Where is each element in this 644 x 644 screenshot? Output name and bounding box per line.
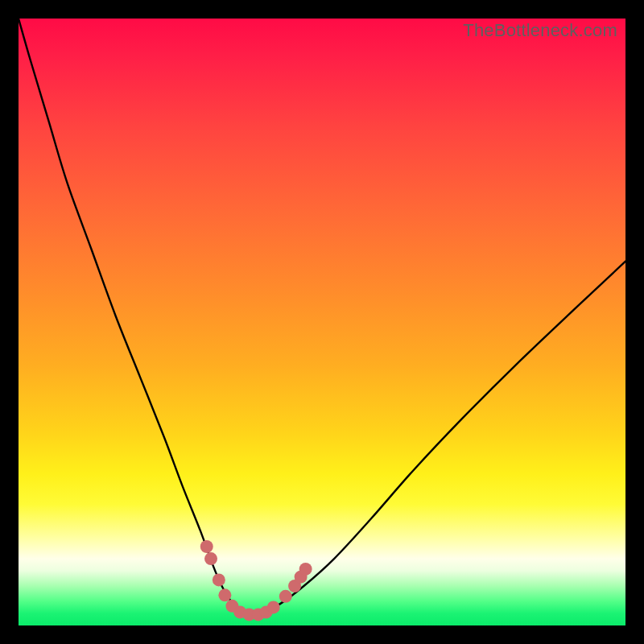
watermark-text: TheBottleneck.com (463, 20, 617, 41)
marker-dot (200, 540, 213, 553)
bottleneck-curve (19, 19, 625, 613)
marker-dot (213, 573, 225, 586)
marker-dot (204, 552, 217, 565)
marker-dots-group (200, 540, 312, 621)
marker-dot (299, 563, 312, 576)
chart-svg (19, 19, 625, 625)
marker-dot (267, 601, 280, 613)
marker-dot (279, 590, 292, 603)
plot-area: TheBottleneck.com (19, 19, 625, 625)
chart-container: { "watermark": "TheBottleneck.com", "cha… (0, 0, 644, 644)
marker-dot (218, 588, 231, 601)
